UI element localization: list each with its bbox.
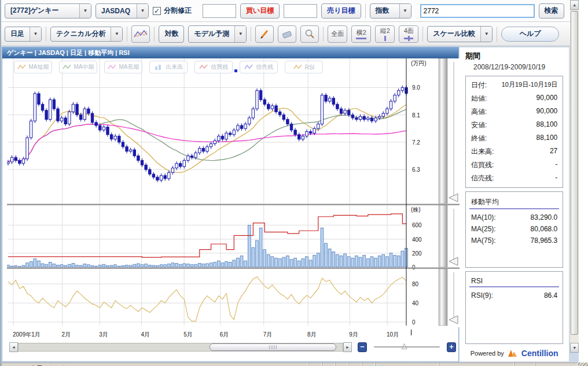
scroll-up-button[interactable]: ▲ — [570, 0, 579, 10]
info-label: 高値: — [471, 107, 487, 117]
vertical-split-icon — [384, 36, 386, 41]
chevron-down-icon[interactable]: ▼ — [234, 26, 246, 42]
info-panel: 期間 2008/12/19-2009/10/19 日付:10月19日-10月19… — [459, 47, 569, 362]
scroll-thumb[interactable] — [210, 343, 336, 351]
svg-text:600: 600 — [412, 222, 422, 228]
scroll-track[interactable] — [570, 10, 579, 343]
scroll-track[interactable] — [18, 343, 343, 352]
protected-mode-button[interactable]: ▼ — [514, 363, 535, 366]
legend-toggle-RSI[interactable]: RSI — [285, 61, 323, 73]
chevron-down-icon[interactable]: ▼ — [30, 27, 41, 41]
indicator-drag-handle[interactable] — [234, 69, 237, 72]
magnifier-icon — [304, 28, 315, 40]
page-zoom-button[interactable]: 100% ▼ — [535, 363, 578, 366]
eraser-icon — [281, 28, 293, 40]
legend-label: RSI — [305, 64, 315, 71]
technical-analysis-label: テクニカル分析 — [51, 27, 111, 41]
scroll-down-button[interactable]: ▼ — [570, 343, 579, 353]
brand-name: Centillion — [521, 349, 558, 358]
market-select[interactable]: JASDAQ ▼ — [95, 3, 149, 19]
scroll-thumb[interactable] — [571, 11, 578, 335]
legend-toggle-信売残[interactable]: 信売残 — [240, 61, 278, 73]
eraser-button[interactable] — [278, 25, 296, 43]
buy-target-button[interactable]: 買い目標 — [240, 3, 280, 19]
svg-text:(株): (株) — [411, 206, 421, 213]
layout-horizontal-2-button[interactable]: 横2 — [351, 25, 371, 43]
info-row: 高値:90,000 — [466, 105, 563, 119]
chevron-down-icon[interactable]: ▼ — [480, 27, 492, 42]
period-title: 期間 — [465, 51, 563, 61]
slider-thumb-icon[interactable]: △ — [402, 341, 407, 350]
info-label: MA(10): — [471, 213, 496, 221]
chart-h-scrollbar[interactable]: ◄ ► — [9, 342, 352, 352]
legend-toggle-MA長期[interactable]: MA長期 — [104, 61, 142, 73]
index-select[interactable]: 指数 ▼ — [370, 3, 411, 19]
quote-box: 日付:10月19日-10月19日始値:90,000高値:90,000安値:88,… — [465, 76, 563, 188]
scroll-right-button[interactable]: ► — [343, 342, 352, 352]
info-value: 88,100 — [536, 120, 558, 130]
legend-toggle-MA中期[interactable]: MA中期 — [59, 61, 97, 73]
period-value: 2008/12/19-2009/10/19 — [473, 63, 563, 71]
info-label: 始値: — [471, 94, 487, 103]
market-select-label: JASDAQ — [96, 4, 137, 18]
buy-target-input[interactable] — [203, 4, 236, 18]
chevron-down-icon[interactable]: ▼ — [111, 27, 122, 41]
content-area: ゲンキー | JASDAQ | 日足 | 移動平均 | RSI MA短期MA中期… — [1, 46, 579, 363]
log-scale-button[interactable]: 対数 — [159, 25, 184, 43]
chart-titlebar: ゲンキー | JASDAQ | 日足 | 移動平均 | RSI — [2, 47, 458, 58]
layout-h2-label: 横2 — [357, 28, 366, 37]
info-value: 88,100 — [536, 134, 558, 143]
chart-container: ゲンキー | JASDAQ | 日足 | 移動平均 | RSI MA短期MA中期… — [2, 47, 459, 362]
info-row: RSI(9):86.4 — [466, 290, 563, 301]
technical-analysis-select[interactable]: テクニカル分析 ▼ — [50, 27, 123, 42]
info-value: 83,290.0 — [531, 213, 558, 221]
zoom-out-button[interactable]: − — [358, 342, 367, 352]
sell-target-button[interactable]: 売り目標 — [321, 3, 361, 19]
model-forecast-select[interactable]: モデル予測 ▼ — [188, 25, 247, 43]
layout-quad-button[interactable]: 4面 — [399, 25, 418, 43]
info-label: 日付: — [471, 80, 487, 90]
scale-compare-select[interactable]: スケール比較 ▼ — [427, 26, 493, 42]
legend-label: MA中期 — [74, 63, 94, 71]
chevron-down-icon[interactable]: ▼ — [399, 4, 411, 18]
svg-text:80: 80 — [412, 281, 419, 287]
legend-toggle-出来高[interactable]: 出来高 — [149, 61, 188, 73]
info-value: - — [555, 160, 557, 170]
scroll-left-button[interactable]: ◄ — [9, 342, 18, 352]
layout-vertical-2-button[interactable]: 縦2 — [375, 25, 395, 43]
divider — [497, 27, 497, 42]
app-window: [2772]ゲンキー ▼ JASDAQ ▼ ✓ 分割修正 買い目標 売り目標 指… — [0, 0, 588, 366]
svg-text:(万円): (万円) — [411, 60, 427, 66]
line-chart-tool-button[interactable] — [131, 25, 150, 43]
sell-target-input[interactable] — [284, 4, 317, 18]
legend-toggle-MA短期[interactable]: MA短期 — [14, 61, 52, 73]
help-button[interactable]: ヘルプ — [501, 27, 559, 42]
legend-label: MA長期 — [119, 63, 139, 71]
info-label: MA(75): — [471, 236, 496, 245]
draw-pencil-button[interactable] — [255, 25, 274, 43]
chevron-down-icon[interactable]: ▼ — [79, 4, 91, 18]
search-input[interactable] — [420, 4, 535, 18]
chevron-down-icon[interactable]: ▼ — [137, 4, 148, 18]
chart-body: MA短期MA中期MA長期出来高信買残信売残RSI 9.08.17.26.3600… — [2, 58, 458, 361]
layout-full-button[interactable]: 全面 — [328, 25, 347, 43]
svg-text:400: 400 — [412, 236, 422, 243]
svg-text:200: 200 — [412, 250, 422, 257]
info-row: 終値:88,100 — [466, 132, 563, 145]
split-adjust-checkbox[interactable]: ✓ — [153, 7, 161, 15]
search-button[interactable]: 検索 — [539, 3, 564, 19]
pencil-icon — [259, 28, 270, 40]
resize-grip[interactable] — [578, 363, 588, 366]
zoom-tool-button[interactable] — [300, 25, 319, 43]
cursor-tick — [411, 330, 411, 335]
legend-toggle-信買残[interactable]: 信買残 — [194, 61, 233, 73]
zigzag-chart-icon — [133, 28, 148, 40]
timeframe-select[interactable]: 日足 ▼ — [5, 27, 42, 42]
info-label: 安値: — [471, 120, 487, 130]
page-v-scrollbar[interactable]: ▲ ▼ — [570, 0, 579, 353]
zoom-in-button[interactable]: + — [447, 342, 456, 352]
symbol-select[interactable]: [2772]ゲンキー ▼ — [5, 3, 91, 19]
info-value: 27 — [550, 147, 557, 157]
period-zoom-slider[interactable]: △ — [373, 342, 441, 352]
legend-label: 信売残 — [256, 63, 273, 71]
